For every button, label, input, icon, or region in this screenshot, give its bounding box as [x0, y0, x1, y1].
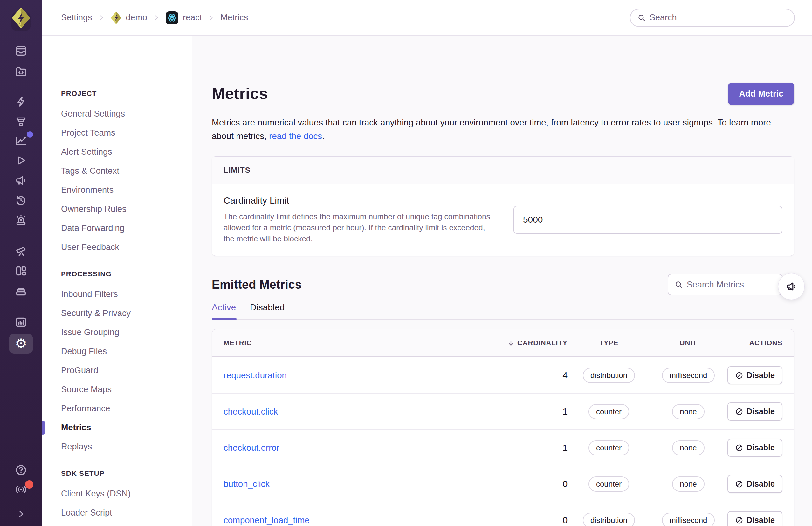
- stats-nav-button[interactable]: [11, 312, 31, 332]
- metrics-search-input[interactable]: [687, 280, 776, 290]
- nav-item-client-keys[interactable]: Client Keys (DSN): [61, 484, 192, 503]
- disable-button[interactable]: Disable: [727, 403, 782, 421]
- breadcrumb-project[interactable]: react: [166, 12, 202, 24]
- explore-nav-button[interactable]: [11, 241, 31, 261]
- profiling-nav-button[interactable]: [11, 111, 31, 132]
- nav-item-proguard[interactable]: ProGuard: [61, 361, 192, 380]
- nav-item-user-feedback[interactable]: User Feedback: [61, 238, 192, 257]
- dashboards-layout-icon: [15, 265, 27, 277]
- sidebar-expand-button[interactable]: [11, 504, 31, 524]
- search-icon: [675, 281, 683, 289]
- add-metric-button[interactable]: Add Metric: [728, 82, 794, 105]
- nav-item-data-forwarding[interactable]: Data Forwarding: [61, 219, 192, 238]
- disable-button[interactable]: Disable: [727, 366, 782, 384]
- nav-item-metrics[interactable]: Metrics: [61, 418, 192, 437]
- react-icon: [167, 13, 177, 23]
- nav-item-tags-context[interactable]: Tags & Context: [61, 161, 192, 180]
- metric-link[interactable]: checkout.click: [223, 407, 504, 417]
- nav-item-environments[interactable]: Environments: [61, 180, 192, 199]
- nav-item-alert-settings[interactable]: Alert Settings: [61, 142, 192, 161]
- projects-icon: [15, 65, 27, 78]
- main-content: Metrics Add Metric Metrics are numerical…: [192, 35, 812, 526]
- nav-item-project-teams[interactable]: Project Teams: [61, 123, 192, 142]
- metrics-search[interactable]: [668, 274, 783, 296]
- disable-button[interactable]: Disable: [727, 439, 782, 457]
- disable-button-label: Disable: [746, 479, 775, 489]
- insights-chart-icon: [15, 134, 27, 147]
- breadcrumb-settings[interactable]: Settings: [61, 13, 92, 22]
- disable-button[interactable]: Disable: [727, 475, 782, 493]
- chevron-right-icon: [98, 14, 105, 21]
- whats-new-notification-dot: [25, 480, 33, 489]
- cardinality-value: 0: [504, 479, 567, 489]
- funnel-icon: [15, 115, 27, 128]
- disable-icon: [735, 480, 743, 488]
- nav-item-ownership-rules[interactable]: Ownership Rules: [61, 199, 192, 219]
- performance-nav-button[interactable]: [11, 91, 31, 112]
- global-search[interactable]: [630, 9, 795, 27]
- cardinality-limit-input[interactable]: [513, 206, 782, 234]
- app-window: ⚙ Settings demo re: [0, 0, 812, 526]
- nav-item-replays[interactable]: Replays: [61, 437, 192, 456]
- settings-subnav: PROJECT General Settings Project Teams A…: [42, 35, 192, 526]
- nav-item-security-privacy[interactable]: Security & Privacy: [61, 304, 192, 323]
- metrics-tabs: Active Disabled: [212, 302, 794, 319]
- org-logo[interactable]: [11, 7, 31, 28]
- releases-nav-button[interactable]: [11, 281, 31, 301]
- disable-icon: [735, 516, 743, 524]
- table-row: checkout.error 1 counter none Disable: [212, 430, 794, 466]
- insights-notification-dot: [27, 131, 33, 137]
- breadcrumb-page: Metrics: [220, 13, 248, 22]
- disable-button-label: Disable: [746, 371, 775, 380]
- alerts-nav-button[interactable]: [11, 210, 31, 230]
- metric-link[interactable]: component_load_time: [223, 515, 504, 525]
- feedback-nav-button[interactable]: [11, 170, 31, 191]
- replays-nav-button[interactable]: [11, 150, 31, 170]
- global-search-input[interactable]: [650, 13, 787, 22]
- table-row: checkout.click 1 counter none Disable: [212, 393, 794, 430]
- nav-item-releases[interactable]: Releases: [61, 522, 192, 526]
- expand-chevron-icon: [16, 509, 26, 519]
- feedback-fab-button[interactable]: [778, 273, 805, 300]
- insights-nav-button[interactable]: [11, 131, 31, 151]
- issues-nav-button[interactable]: [11, 41, 31, 61]
- nav-item-performance[interactable]: Performance: [61, 399, 192, 418]
- nav-item-debug-files[interactable]: Debug Files: [61, 342, 192, 361]
- metric-link[interactable]: checkout.error: [223, 443, 504, 453]
- projects-nav-button[interactable]: [11, 61, 31, 81]
- help-button[interactable]: [11, 460, 31, 480]
- disable-button[interactable]: Disable: [727, 511, 782, 526]
- cardinality-value: 0: [504, 515, 567, 525]
- table-row: component_load_time 0 distribution milli…: [212, 502, 794, 526]
- metric-link[interactable]: request.duration: [223, 370, 504, 380]
- description-period: .: [322, 131, 324, 141]
- nav-item-loader-script[interactable]: Loader Script: [61, 503, 192, 522]
- history-nav-button[interactable]: [11, 190, 31, 210]
- disable-button-label: Disable: [746, 407, 775, 416]
- column-header-metric: METRIC: [223, 339, 504, 347]
- nav-item-inbound-filters[interactable]: Inbound Filters: [61, 285, 192, 304]
- unit-badge: millisecond: [662, 368, 715, 383]
- replay-play-icon: [15, 154, 27, 167]
- settings-nav-button[interactable]: ⚙: [9, 334, 33, 354]
- disable-icon: [735, 444, 743, 452]
- breadcrumb-org[interactable]: demo: [111, 12, 147, 24]
- tab-disabled[interactable]: Disabled: [250, 302, 285, 319]
- page-description: Metrics are numerical values that can tr…: [212, 116, 794, 143]
- read-the-docs-link[interactable]: read the docs: [269, 131, 322, 141]
- org-diamond-icon: [111, 12, 121, 24]
- metric-link[interactable]: button_click: [223, 479, 504, 489]
- nav-item-source-maps[interactable]: Source Maps: [61, 380, 192, 399]
- whats-new-button[interactable]: [11, 479, 31, 500]
- column-header-cardinality[interactable]: CARDINALITY: [504, 339, 567, 347]
- nav-item-general-settings[interactable]: General Settings: [61, 104, 192, 123]
- nav-item-metrics-label: Metrics: [61, 423, 91, 432]
- dashboards-nav-button[interactable]: [11, 261, 31, 281]
- unit-badge: millisecond: [662, 513, 715, 526]
- cardinality-value: 4: [504, 370, 567, 380]
- nav-item-issue-grouping[interactable]: Issue Grouping: [61, 323, 192, 342]
- emitted-metrics-title: Emitted Metrics: [212, 278, 302, 291]
- unit-badge: none: [672, 440, 704, 455]
- tab-active[interactable]: Active: [212, 302, 236, 319]
- chevron-right-icon: [153, 14, 160, 21]
